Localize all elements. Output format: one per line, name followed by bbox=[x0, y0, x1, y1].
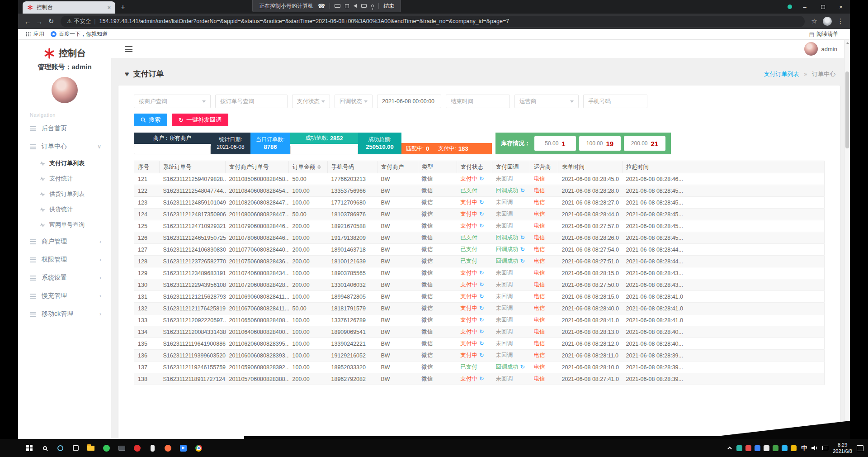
keyboard-icon[interactable] bbox=[335, 4, 340, 8]
ime-indicator[interactable]: 中 bbox=[801, 444, 807, 452]
filter-select[interactable]: 按商户查询 bbox=[134, 95, 211, 108]
order-row[interactable]: 135S162311211964190088622011062060808283… bbox=[134, 338, 825, 350]
order-row[interactable]: 136S162311211939960352042011060060808283… bbox=[134, 350, 825, 362]
refresh-status-icon[interactable]: ↻ bbox=[479, 317, 484, 323]
chrome-icon[interactable] bbox=[191, 439, 206, 457]
mouse-app-icon[interactable] bbox=[145, 439, 160, 457]
window-close-button[interactable]: × bbox=[832, 4, 850, 10]
scrollbar-thumb[interactable] bbox=[845, 71, 849, 148]
order-row[interactable]: 124S162311212481735090662011080060808284… bbox=[134, 209, 825, 220]
refresh-status-icon[interactable]: ↻ bbox=[479, 305, 484, 311]
refresh-callback-icon[interactable]: ↻ bbox=[520, 246, 525, 252]
netease-music-icon[interactable] bbox=[129, 439, 145, 457]
refresh-callback-icon[interactable]: ↻ bbox=[520, 258, 525, 264]
sidebar-item[interactable]: 商户管理› bbox=[18, 233, 111, 251]
sidebar-item[interactable]: 权限管理› bbox=[18, 251, 111, 269]
filter-input[interactable]: 2021-06-08 00:00:00 bbox=[377, 95, 441, 108]
order-row[interactable]: 123S162311212485910104982011082060808284… bbox=[134, 197, 825, 209]
refresh-status-icon[interactable]: ↻ bbox=[479, 270, 484, 276]
sidebar-subitem[interactable]: 供货订单列表 bbox=[18, 186, 111, 202]
order-row[interactable]: 138S162311211891172712412011057060808283… bbox=[134, 373, 825, 385]
tray-app-red[interactable] bbox=[745, 445, 751, 451]
window-maximize-button[interactable] bbox=[814, 4, 832, 10]
refresh-status-icon[interactable]: ↻ bbox=[479, 211, 484, 217]
tab-close-icon[interactable]: × bbox=[107, 4, 111, 11]
sidebar-item[interactable]: 后台首页 bbox=[18, 119, 111, 138]
sidebar-subitem[interactable]: 官网单号查询 bbox=[18, 217, 111, 233]
sidebar-subitem[interactable]: 支付统计 bbox=[18, 171, 111, 186]
clock[interactable]: 8:29 2021/6/8 bbox=[833, 442, 852, 455]
notification-center-icon[interactable] bbox=[857, 445, 863, 451]
window-minimize-button[interactable]: – bbox=[796, 4, 814, 10]
refresh-status-icon[interactable]: ↻ bbox=[479, 281, 484, 288]
header-user[interactable]: admin bbox=[804, 42, 837, 56]
refresh-status-icon[interactable]: ↻ bbox=[479, 328, 484, 335]
bookmark-baidu[interactable]: 百度一下，你就知道 bbox=[59, 30, 108, 38]
refresh-status-icon[interactable]: ↻ bbox=[479, 176, 484, 182]
fullscreen-icon[interactable] bbox=[345, 4, 349, 8]
address-bar[interactable]: ⚠ 不安全 | 154.197.48.141/admin/order/listO… bbox=[61, 16, 805, 27]
order-row[interactable]: 132S162311212117642581942011067060808284… bbox=[134, 303, 825, 314]
phone-icon[interactable]: ☎ bbox=[318, 3, 325, 9]
resend-callback-button[interactable]: ↻ 一键补发回调 bbox=[172, 114, 228, 126]
refresh-status-icon[interactable]: ↻ bbox=[479, 199, 484, 205]
order-row[interactable]: 131S162311212121562879392011069060808284… bbox=[134, 291, 825, 303]
pin-icon[interactable] bbox=[371, 5, 374, 7]
search-icon[interactable] bbox=[37, 439, 52, 457]
column-header[interactable]: 订单金额 bbox=[289, 161, 328, 173]
sidebar-item[interactable]: 慢充管理› bbox=[18, 287, 111, 305]
order-row[interactable]: 134S162311212008433143882011064060808284… bbox=[134, 326, 825, 338]
network-icon[interactable] bbox=[822, 446, 828, 450]
refresh-status-icon[interactable]: ↻ bbox=[479, 223, 484, 229]
cortana-icon[interactable] bbox=[52, 439, 68, 457]
reading-list-label[interactable]: 阅读清单 bbox=[816, 30, 838, 38]
tray-app-white[interactable] bbox=[764, 445, 769, 451]
order-row[interactable]: 129S162311212348968319192011074060808284… bbox=[134, 267, 825, 279]
tray-app-teal[interactable] bbox=[736, 445, 742, 451]
start-icon[interactable] bbox=[22, 439, 37, 457]
tray-expand-icon[interactable] bbox=[727, 446, 732, 451]
refresh-callback-icon[interactable]: ↻ bbox=[520, 234, 525, 241]
refresh-status-icon[interactable]: ↻ bbox=[479, 376, 484, 382]
media-player-icon[interactable] bbox=[175, 439, 191, 457]
refresh-status-icon[interactable]: ↻ bbox=[479, 340, 484, 347]
tray-app-green[interactable] bbox=[773, 445, 778, 451]
sort-carets-icon[interactable] bbox=[317, 165, 321, 169]
order-row[interactable]: 130S162311212294395610812011072060808284… bbox=[134, 279, 825, 291]
refresh-status-icon[interactable]: ↻ bbox=[479, 352, 484, 358]
browser-scrollbar[interactable] bbox=[844, 40, 850, 439]
browser-menu-icon[interactable]: ⋮ bbox=[835, 17, 846, 25]
order-row[interactable]: 125S162311212471092932172011079060808284… bbox=[134, 220, 825, 232]
back-button[interactable]: ← bbox=[22, 18, 33, 25]
tray-app-lightblue[interactable] bbox=[782, 445, 788, 451]
order-row[interactable]: 127S162311212410683083082011077060808284… bbox=[134, 244, 825, 256]
reload-button[interactable]: ↻ bbox=[45, 17, 57, 25]
apps-label[interactable]: 应用 bbox=[33, 30, 44, 38]
sidebar-item[interactable]: 移动ck管理› bbox=[18, 305, 111, 323]
order-row[interactable]: 133S162311212092220597...201106506080828… bbox=[134, 314, 825, 326]
forward-button[interactable]: → bbox=[33, 18, 45, 25]
filter-select[interactable]: 支付状态 bbox=[292, 95, 330, 108]
apps-grid-icon[interactable] bbox=[25, 32, 31, 37]
new-tab-button[interactable]: + bbox=[121, 3, 125, 12]
filter-select[interactable]: 运营商 bbox=[514, 95, 579, 108]
browser-profile-avatar[interactable] bbox=[823, 17, 832, 26]
menu-toggle-icon[interactable] bbox=[125, 46, 132, 52]
merchant-filter-input[interactable] bbox=[134, 146, 211, 154]
monitor-app-icon[interactable] bbox=[114, 439, 129, 457]
green-circle-app-icon[interactable] bbox=[99, 439, 114, 457]
refresh-status-icon[interactable]: ↻ bbox=[479, 293, 484, 300]
sidebar-subitem[interactable]: 供货统计 bbox=[18, 202, 111, 217]
sidebar-item[interactable]: 订单中心∨ bbox=[18, 138, 111, 156]
tray-app-blue[interactable] bbox=[755, 445, 760, 451]
breadcrumb-current[interactable]: 支付订单列表 bbox=[764, 71, 799, 77]
bookmark-star-icon[interactable]: ☆ bbox=[808, 17, 820, 25]
order-row[interactable]: 137S162311211924615575932011059060808283… bbox=[134, 362, 825, 373]
refresh-callback-icon[interactable]: ↻ bbox=[520, 364, 525, 370]
order-row[interactable]: 128S162311212372658277002011075060808284… bbox=[134, 256, 825, 267]
refresh-callback-icon[interactable]: ↻ bbox=[520, 187, 525, 194]
sidebar-item[interactable]: 系统设置› bbox=[18, 269, 111, 287]
tray-app-yellow[interactable] bbox=[791, 445, 797, 451]
order-row[interactable]: 122S162311212548047744...201108406080828… bbox=[134, 185, 825, 197]
speaker-icon[interactable] bbox=[354, 4, 357, 8]
